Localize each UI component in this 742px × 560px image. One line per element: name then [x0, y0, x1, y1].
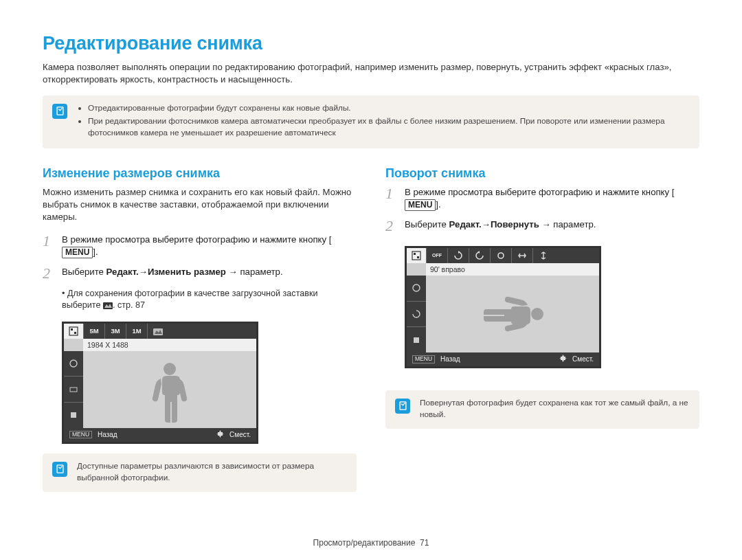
right-step-1: 1 В режиме просмотра выберите фотографию… — [385, 186, 699, 212]
rotate-right-icon — [447, 248, 469, 263]
rotate-180-icon — [490, 248, 511, 263]
note-icon — [52, 462, 67, 477]
side-icon — [64, 376, 83, 402]
substep-text: Для сохранения фотографии в качестве заг… — [62, 289, 318, 311]
top-note-box: Отредактированные фотографии будут сохра… — [43, 96, 699, 148]
back-button-label: MENU — [412, 355, 435, 363]
dpad-icon — [559, 355, 567, 363]
resolution-option: 5M — [83, 324, 104, 339]
rotate-off-icon: OFF — [426, 248, 447, 263]
menu-button-label: MENU — [405, 199, 436, 211]
step-text: Выберите — [405, 219, 449, 229]
svg-point-12 — [531, 308, 543, 320]
right-note-text: Повернутая фотография будет сохранена ка… — [420, 397, 690, 421]
left-step-1: 1 В режиме просмотра выберите фотографию… — [43, 234, 357, 259]
back-label: Назад — [440, 355, 460, 363]
resize-preview-screen: 5M 3M 1M 1984 X 1488 — [62, 322, 258, 444]
left-column: Изменение размеров снимка Можно изменить… — [43, 166, 357, 492]
rotate-preview-screen: OFF 90' вправо — [405, 246, 601, 368]
step-text: → параметр. — [226, 267, 283, 277]
note-icon — [395, 399, 410, 414]
page-title: Редактирование снимка — [43, 33, 699, 54]
side-icon — [64, 402, 83, 428]
startup-option-icon — [147, 324, 168, 339]
side-icon — [407, 326, 426, 352]
left-body: Можно изменить размер снимка и сохранить… — [43, 186, 357, 224]
move-label: Смест. — [229, 431, 251, 438]
page-footer: Просмотр/редактирование 71 — [0, 538, 742, 548]
footer-page-number: 71 — [420, 538, 429, 548]
top-note-bullet: Отредактированные фотографии будут сохра… — [88, 102, 690, 114]
step-number: 2 — [43, 266, 55, 281]
intro-paragraph: Камера позволяет выполнять операции по р… — [43, 61, 699, 86]
dpad-icon — [216, 430, 224, 439]
svg-rect-6 — [71, 412, 76, 418]
svg-rect-11 — [414, 337, 419, 343]
step-text: В режиме просмотра выберите фотографию и… — [405, 187, 674, 197]
right-step-2: 2 Выберите Редакт. → Повернуть → парамет… — [385, 219, 699, 234]
svg-rect-2 — [69, 327, 78, 335]
resolution-option: 1M — [126, 324, 147, 339]
left-heading: Изменение размеров снимка — [43, 166, 357, 181]
svg-point-10 — [413, 284, 420, 291]
footer-section: Просмотр/редактирование — [313, 538, 416, 548]
flip-v-icon — [532, 248, 554, 263]
step-number: 1 — [385, 186, 398, 212]
preview-canvas — [83, 351, 256, 428]
substep-text: . cтр. 87 — [113, 300, 145, 310]
back-label: Назад — [98, 431, 117, 438]
step-number: 2 — [385, 219, 398, 234]
menu-path-rotate: Повернуть — [491, 219, 539, 229]
svg-point-7 — [164, 363, 176, 375]
screen-tab-icon — [407, 248, 426, 263]
step-text: ]. — [436, 199, 440, 210]
resolution-option: 3M — [104, 324, 126, 339]
menu-path-resize: Изменить размер — [148, 267, 226, 277]
top-note-bullet: При редактировании фотоснимков камера ав… — [88, 115, 690, 139]
move-label: Смест. — [572, 355, 594, 363]
screen-tab-icon — [64, 324, 83, 339]
rotate-left-icon — [469, 248, 490, 263]
svg-rect-9 — [412, 251, 420, 260]
right-column: Поворот снимка 1 В режиме просмотра выбе… — [385, 166, 699, 492]
svg-point-4 — [70, 360, 77, 367]
right-heading: Поворот снимка — [385, 166, 699, 181]
flip-h-icon — [511, 248, 532, 263]
menu-button-label: MENU — [62, 247, 93, 258]
back-button-label: MENU — [69, 431, 92, 438]
step-text: ]. — [93, 247, 98, 257]
rotate-label: 90' вправо — [426, 263, 599, 276]
step-text: В режиме просмотра выберите фотографию и… — [62, 234, 331, 245]
side-icon — [64, 351, 83, 377]
left-substep: • Для сохранения фотографии в качестве з… — [62, 288, 357, 313]
menu-path-edit: Редакт. — [106, 267, 139, 277]
left-note-text: Доступные параметры различаются в зависи… — [77, 460, 347, 484]
step-text: → параметр. — [539, 219, 596, 229]
size-label: 1984 X 1488 — [83, 339, 256, 351]
menu-path-edit: Редакт. — [449, 219, 482, 229]
left-note-box: Доступные параметры различаются в зависи… — [43, 453, 357, 492]
step-text: Выберите — [62, 267, 106, 277]
step-number: 1 — [43, 234, 55, 259]
note-icon — [52, 104, 67, 119]
svg-rect-5 — [70, 388, 77, 392]
side-icon — [407, 276, 426, 301]
side-icon — [407, 301, 426, 327]
right-note-box: Повернутая фотография будет сохранена ка… — [385, 390, 699, 429]
left-step-2: 2 Выберите Редакт. → Изменить размер → п… — [43, 266, 357, 281]
arrow-icon: → — [482, 219, 491, 231]
startup-image-icon — [103, 301, 113, 313]
arrow-icon: → — [139, 266, 148, 278]
preview-canvas — [426, 276, 599, 352]
